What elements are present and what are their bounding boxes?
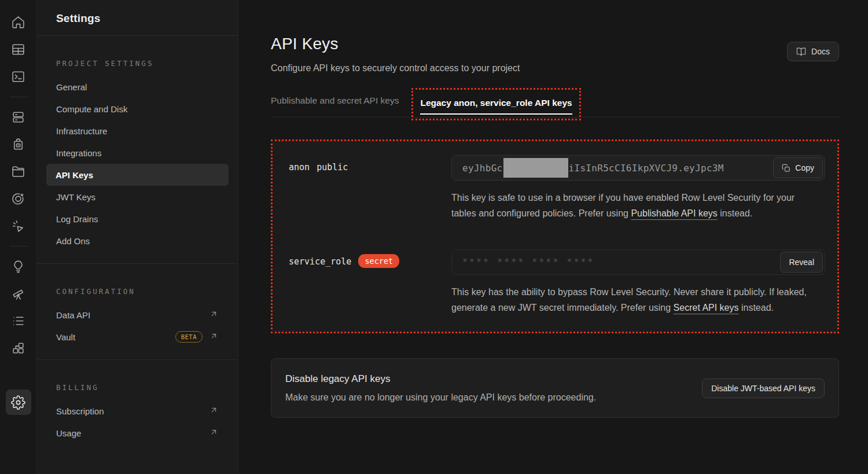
app-window: Settings PROJECT SETTINGS General Comput… <box>0 0 868 474</box>
section-configuration: CONFIGURATION Data API Vault BETA <box>37 264 238 359</box>
disable-legacy-keys-card: Disable legacy API keys Make sure you ar… <box>271 358 839 418</box>
anon-key-value-field[interactable]: eyJhbGciIsInR5cCI6IkpXVCJ9.eyJpc3M Copy <box>451 155 825 181</box>
book-icon <box>796 47 806 57</box>
page-header: API Keys Configure API keys to securely … <box>271 35 839 74</box>
anon-key-description: This key is safe to use in a browser if … <box>451 190 815 221</box>
section-heading: CONFIGURATION <box>37 279 238 304</box>
sql-editor-icon[interactable] <box>6 64 31 89</box>
disable-jwt-keys-button[interactable]: Disable JWT-based API keys <box>702 379 825 398</box>
service-role-key-value-field[interactable]: **** **** **** **** Reveal <box>451 249 825 275</box>
table-editor-icon[interactable] <box>6 36 31 62</box>
tab-bar: Publishable and secret API keys Legacy a… <box>271 86 839 117</box>
docs-button[interactable]: Docs <box>787 42 839 61</box>
nav-rail <box>0 0 37 474</box>
copy-button[interactable]: Copy <box>773 157 823 178</box>
external-link-icon <box>209 310 218 320</box>
section-heading: PROJECT SETTINGS <box>37 51 238 76</box>
sidebar-item-jwt-keys[interactable]: JWT Keys <box>37 186 238 208</box>
service-role-key-label: service_role secret <box>289 249 451 315</box>
sidebar-item-api-keys[interactable]: API Keys <box>46 164 229 186</box>
tab-legacy-keys[interactable]: Legacy anon, service_role API keys <box>420 98 572 115</box>
logs-list-icon[interactable] <box>6 308 31 333</box>
sidebar-title: Settings <box>37 0 238 35</box>
storage-icon[interactable] <box>6 159 31 184</box>
sidebar-item-integrations[interactable]: Integrations <box>37 142 238 164</box>
redaction-block <box>503 158 568 178</box>
sidebar-item-usage[interactable]: Usage <box>37 422 238 444</box>
page-title: API Keys <box>271 35 520 53</box>
sidebar-item-data-api[interactable]: Data API <box>37 304 238 326</box>
auth-lock-icon[interactable] <box>6 131 31 157</box>
secret-api-keys-link[interactable]: Secret API keys <box>674 303 739 313</box>
publishable-api-keys-link[interactable]: Publishable API keys <box>631 208 717 218</box>
secret-badge: secret <box>358 254 399 268</box>
annotation-box-legacy-keys-panel: anon public eyJhbGciIsInR5cCI6IkpXVCJ9.e… <box>271 139 839 333</box>
page-subtitle: Configure API keys to securely control a… <box>271 63 520 74</box>
disable-card-title: Disable legacy API keys <box>285 373 596 385</box>
sidebar-item-general[interactable]: General <box>37 76 238 98</box>
rail-divider <box>10 97 27 97</box>
settings-gear-icon[interactable] <box>6 390 31 415</box>
anon-key-label: anon public <box>289 155 451 221</box>
annotation-box-tab: Legacy anon, service_role API keys <box>411 88 580 120</box>
anon-key-value: eyJhbGciIsInR5cCI6IkpXVCJ9.eyJpc3M <box>462 158 724 178</box>
edge-functions-icon[interactable] <box>6 213 31 238</box>
advisors-lightbulb-icon[interactable] <box>6 253 31 279</box>
sidebar-item-infrastructure[interactable]: Infrastructure <box>37 120 238 142</box>
external-link-icon <box>209 406 218 416</box>
copy-icon <box>782 164 790 172</box>
disable-card-description: Make sure you are no longer using your l… <box>285 392 596 403</box>
tab-publishable-secret-keys[interactable]: Publishable and secret API keys <box>271 86 399 117</box>
sidebar-item-add-ons[interactable]: Add Ons <box>37 230 238 252</box>
sidebar-item-log-drains[interactable]: Log Drains <box>37 208 238 230</box>
reports-telescope-icon[interactable] <box>6 281 31 306</box>
main-content: API Keys Configure API keys to securely … <box>238 0 868 474</box>
external-link-icon <box>209 332 218 342</box>
sidebar-item-subscription[interactable]: Subscription <box>37 400 238 422</box>
masked-key-value: **** **** **** **** <box>462 257 595 267</box>
sidebar-item-compute-and-disk[interactable]: Compute and Disk <box>37 98 238 120</box>
realtime-icon[interactable] <box>6 186 31 211</box>
beta-badge: BETA <box>175 331 203 343</box>
rail-divider <box>10 246 27 247</box>
home-icon[interactable] <box>6 9 31 35</box>
reveal-button[interactable]: Reveal <box>780 252 823 273</box>
sidebar-item-vault[interactable]: Vault BETA <box>37 326 238 348</box>
database-icon[interactable] <box>6 104 31 130</box>
section-heading: BILLING <box>37 375 238 400</box>
settings-sidebar: Settings PROJECT SETTINGS General Comput… <box>37 0 238 474</box>
section-project-settings: PROJECT SETTINGS General Compute and Dis… <box>37 36 238 263</box>
external-link-icon <box>209 428 218 438</box>
api-docs-blocks-icon[interactable] <box>6 335 31 361</box>
anon-key-row: anon public eyJhbGciIsInR5cCI6IkpXVCJ9.e… <box>289 155 825 221</box>
section-billing: BILLING Subscription Usage <box>37 360 238 455</box>
service-role-key-row: service_role secret **** **** **** **** … <box>289 249 825 315</box>
service-role-key-description: This key has the ability to bypass Row L… <box>451 284 815 315</box>
